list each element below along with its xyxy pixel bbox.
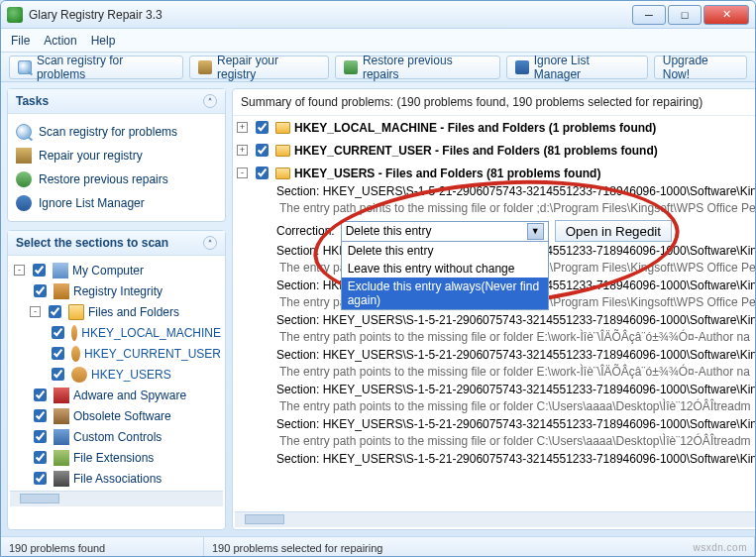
- collapse-icon[interactable]: ˄: [203, 94, 217, 108]
- computer-icon: [53, 263, 68, 278]
- combo-option-leave[interactable]: Leave this entry without change: [342, 260, 548, 278]
- search-icon: [18, 60, 32, 74]
- checkbox[interactable]: [34, 284, 47, 297]
- main-area: Summary of found problems: (190 problems…: [232, 82, 756, 536]
- toolbar: Scan registry for problems Repair your r…: [1, 53, 755, 82]
- result-entry: Section: HKEY_USERS\S-1-5-21-2906075743-…: [233, 184, 756, 242]
- toolbar-upgrade[interactable]: Upgrade Now!: [654, 56, 747, 79]
- expand-icon[interactable]: -: [237, 167, 248, 178]
- toolbar-repair[interactable]: Repair your registry: [189, 56, 329, 79]
- group-hku[interactable]: - HKEY_USERS - Files and Folders (81 pro…: [233, 162, 756, 184]
- checkbox[interactable]: [33, 264, 46, 277]
- shield-icon: [54, 388, 69, 403]
- user-icon: [71, 346, 80, 362]
- checkbox[interactable]: [34, 409, 47, 422]
- restore-icon: [16, 171, 32, 187]
- collapse-icon[interactable]: ˄: [203, 236, 217, 250]
- menu-help[interactable]: Help: [91, 34, 116, 48]
- expand-icon[interactable]: -: [14, 265, 25, 276]
- menu-action[interactable]: Action: [44, 34, 76, 48]
- tasks-heading: Tasks ˄: [8, 89, 225, 114]
- repair-icon: [198, 60, 212, 74]
- toolbar-ignore[interactable]: Ignore List Manager: [506, 56, 648, 79]
- sections-panel: Select the sections to scan ˄ -My Comput…: [7, 230, 226, 530]
- results-list: + HKEY_LOCAL_MACHINE - Files and Folders…: [233, 116, 756, 509]
- watermark: wsxdn.com: [693, 542, 747, 553]
- close-button[interactable]: ✕: [703, 5, 749, 25]
- correction-dropdown-list: Delete this entry Leave this entry witho…: [341, 241, 549, 310]
- menu-file[interactable]: File: [11, 34, 30, 48]
- task-restore[interactable]: Restore previous repairs: [14, 167, 219, 191]
- menubar: File Action Help: [1, 29, 755, 53]
- restore-icon: [344, 60, 358, 74]
- chevron-down-icon[interactable]: ▼: [527, 223, 544, 240]
- user-icon: [71, 325, 77, 341]
- expand-icon[interactable]: -: [30, 306, 41, 317]
- expand-icon[interactable]: +: [237, 122, 248, 133]
- folder-icon: [275, 122, 290, 134]
- app-window: Glary Registry Repair 3.3 ─ □ ✕ File Act…: [0, 0, 756, 557]
- toolbar-restore[interactable]: Restore previous repairs: [335, 56, 500, 79]
- search-icon: [16, 124, 32, 140]
- summary-text: Summary of found problems: (190 problems…: [233, 89, 756, 116]
- file-icon: [54, 450, 69, 466]
- task-repair[interactable]: Repair your registry: [14, 144, 219, 167]
- result-entry: Section: HKEY_USERS\S-1-5-21-2906075743-…: [233, 313, 756, 346]
- checkbox[interactable]: [34, 472, 47, 485]
- folder-icon: [275, 145, 290, 157]
- maximize-button[interactable]: □: [668, 5, 702, 25]
- status-found: 190 problems found: [1, 537, 204, 557]
- checkbox[interactable]: [52, 368, 64, 381]
- user-icon: [71, 367, 87, 383]
- checkbox[interactable]: [52, 326, 64, 339]
- combo-option-exclude[interactable]: Exclude this entry always(Never find aga…: [342, 278, 548, 309]
- titlebar: Glary Registry Repair 3.3 ─ □ ✕: [1, 1, 755, 29]
- result-entry: Section: HKEY_USERS\S-1-5-21-2906075743-…: [233, 383, 756, 415]
- checkbox[interactable]: [34, 430, 47, 443]
- tree-obsolete[interactable]: Obsolete Software: [12, 405, 221, 426]
- status-selected: 190 problems selected for repairing: [204, 537, 755, 557]
- tree-custom[interactable]: Custom Controls: [12, 426, 221, 447]
- expand-icon[interactable]: +: [237, 145, 248, 156]
- checkbox[interactable]: [256, 144, 269, 157]
- checkbox[interactable]: [256, 121, 269, 134]
- open-in-regedit-button[interactable]: Open in Regedit: [555, 220, 672, 242]
- result-entry: Section: HKEY_USERS\S-1-5-21-2906075743-…: [233, 348, 756, 381]
- correction-label: Correction:: [276, 224, 335, 238]
- ignore-icon: [16, 195, 32, 211]
- checkbox[interactable]: [34, 451, 47, 464]
- folder-icon: [275, 167, 290, 179]
- sidebar: Tasks ˄ Scan registry for problems Repai…: [1, 82, 232, 536]
- minimize-button[interactable]: ─: [632, 5, 666, 25]
- checkbox[interactable]: [256, 167, 269, 179]
- tree-ext[interactable]: File Extensions: [12, 447, 221, 468]
- tree-registry-integrity[interactable]: Registry Integrity: [12, 280, 221, 301]
- group-hkcu[interactable]: + HKEY_CURRENT_USER - Files and Folders …: [233, 139, 756, 162]
- tree-hklm[interactable]: HKEY_LOCAL_MACHINE: [12, 322, 221, 343]
- task-ignore[interactable]: Ignore List Manager: [14, 191, 219, 215]
- tree-hkcu[interactable]: HKEY_CURRENT_USER: [12, 343, 221, 364]
- horizontal-scrollbar[interactable]: [10, 491, 223, 506]
- checkbox[interactable]: [52, 347, 64, 360]
- registry-icon: [54, 283, 69, 299]
- group-hklm[interactable]: + HKEY_LOCAL_MACHINE - Files and Folders…: [233, 116, 756, 139]
- tree-hku[interactable]: HKEY_USERS: [12, 364, 221, 385]
- tree-assoc[interactable]: File Associations: [12, 468, 221, 489]
- box-icon: [54, 408, 69, 424]
- tree-files-folders[interactable]: -Files and Folders: [12, 301, 221, 322]
- ignore-icon: [515, 60, 529, 74]
- correction-combo[interactable]: Delete this entry ▼ Delete this entry Le…: [341, 221, 549, 242]
- task-scan[interactable]: Scan registry for problems: [14, 120, 219, 144]
- checkbox[interactable]: [49, 305, 61, 318]
- horizontal-scrollbar[interactable]: [235, 511, 756, 527]
- result-entry: Section: HKEY_USERS\S-1-5-21-2906075743-…: [233, 452, 756, 485]
- tree-my-computer[interactable]: -My Computer: [12, 260, 221, 280]
- toolbar-scan[interactable]: Scan registry for problems: [9, 56, 183, 79]
- checkbox[interactable]: [34, 389, 47, 401]
- folder-icon: [68, 304, 84, 320]
- app-icon: [7, 7, 23, 23]
- combo-option-delete[interactable]: Delete this entry: [342, 242, 548, 260]
- sections-heading: Select the sections to scan ˄: [8, 231, 225, 256]
- repair-icon: [16, 148, 32, 164]
- tree-adware[interactable]: Adware and Spyware: [12, 385, 221, 405]
